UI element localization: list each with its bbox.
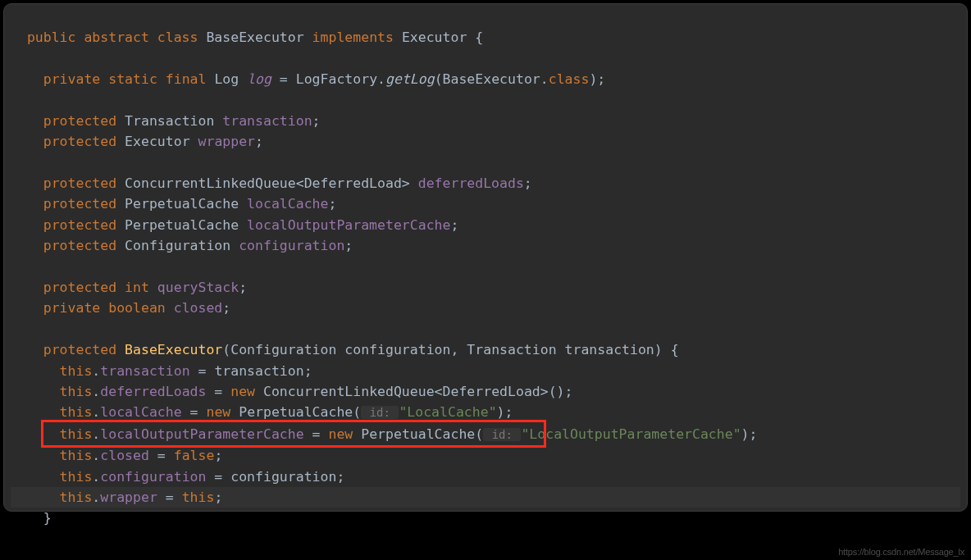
keyword: implements xyxy=(312,30,394,45)
keyword-this: this xyxy=(60,384,93,399)
text: ; xyxy=(450,217,458,233)
dot: . xyxy=(92,448,100,463)
keyword: protected xyxy=(43,196,116,212)
keyword-this: this xyxy=(60,489,93,505)
type: Executor xyxy=(125,134,189,149)
text: = xyxy=(182,404,207,420)
text: ); xyxy=(589,71,605,87)
field: transaction xyxy=(100,363,189,379)
text: (BaseExecutor. xyxy=(435,71,549,87)
keyword: protected xyxy=(43,113,116,129)
keyword: private boolean xyxy=(43,300,166,316)
field: closed xyxy=(174,300,223,316)
text: = LogFactory. xyxy=(271,71,385,87)
keyword: protected xyxy=(43,342,116,357)
keyword-new: new xyxy=(206,404,230,420)
type: PerpetualCache xyxy=(125,217,239,233)
field: wrapper xyxy=(100,489,157,505)
field: localCache xyxy=(247,196,328,212)
type: Transaction xyxy=(125,113,214,129)
code-editor: public abstract class BaseExecutor imple… xyxy=(3,3,968,512)
keyword-this: this xyxy=(60,363,93,379)
keyword-this: this xyxy=(60,404,93,420)
text: = xyxy=(304,426,329,442)
keyword-this: this xyxy=(60,448,93,463)
field: localOutputParameterCache xyxy=(247,217,450,233)
close-brace: } xyxy=(27,510,52,526)
string: "LocalCache" xyxy=(399,404,496,420)
text: = xyxy=(157,489,182,505)
keyword: protected int xyxy=(43,280,149,295)
field: log xyxy=(247,71,271,87)
type: ConcurrentLinkedQueue<DeferredLoad> xyxy=(125,175,410,191)
text: ; xyxy=(344,238,353,253)
highlighted-line: this.wrapper = this; xyxy=(11,487,960,508)
class-name: BaseExecutor xyxy=(206,30,303,45)
dot: . xyxy=(92,469,100,485)
params: (Configuration configuration, Transactio… xyxy=(222,342,678,357)
text: = xyxy=(206,384,230,399)
dot: . xyxy=(92,426,100,442)
text: ; xyxy=(328,196,336,212)
field: localCache xyxy=(100,404,181,420)
keyword: class xyxy=(549,71,590,87)
text: ); xyxy=(497,404,513,420)
keyword-this: this xyxy=(182,489,215,505)
method: getLog xyxy=(385,71,435,87)
field: deferredLoads xyxy=(100,384,206,399)
field: deferredLoads xyxy=(418,175,524,191)
field: queryStack xyxy=(157,280,239,295)
text: ; xyxy=(214,489,222,505)
keyword-new: new xyxy=(328,426,353,442)
field: wrapper xyxy=(198,134,256,149)
type: Log xyxy=(214,71,239,87)
type: Configuration xyxy=(125,238,230,253)
dot: . xyxy=(92,404,100,420)
text: = configuration; xyxy=(206,469,344,485)
keyword: private static final xyxy=(43,71,207,87)
string: "LocalOutputParameterCache" xyxy=(521,426,741,442)
dot: . xyxy=(92,363,100,379)
code-block: public abstract class BaseExecutor imple… xyxy=(11,27,960,529)
field: localOutputParameterCache xyxy=(100,426,303,442)
param-hint: id: xyxy=(483,428,521,441)
keyword: protected xyxy=(43,175,116,191)
keyword-new: new xyxy=(230,384,255,399)
keyword: protected xyxy=(43,238,116,253)
watermark: https://blog.csdn.net/Message_lx xyxy=(838,547,964,557)
text: ; xyxy=(524,175,532,191)
type: PerpetualCache xyxy=(125,196,239,212)
text: ; xyxy=(255,134,263,149)
text: = transaction; xyxy=(190,363,312,379)
text: = xyxy=(149,448,174,463)
keyword-this: this xyxy=(60,426,93,442)
text: ; xyxy=(214,448,222,463)
keyword: public abstract class xyxy=(27,30,198,45)
text: ; xyxy=(222,300,230,316)
type: PerpetualCache( xyxy=(230,404,361,420)
keyword: protected xyxy=(43,134,116,149)
interface-name: Executor xyxy=(402,30,467,45)
field: configuration xyxy=(239,238,344,253)
dot: . xyxy=(92,384,100,399)
brace: { xyxy=(467,30,483,45)
text: ; xyxy=(312,113,321,129)
text: ); xyxy=(741,426,758,442)
param-hint: id: xyxy=(361,406,399,419)
keyword-false: false xyxy=(174,448,215,463)
field: closed xyxy=(100,448,149,463)
dot: . xyxy=(92,489,100,505)
keyword: protected xyxy=(43,217,116,233)
keyword-this: this xyxy=(60,469,93,485)
text: ConcurrentLinkedQueue<DeferredLoad>(); xyxy=(255,384,572,399)
field: transaction xyxy=(222,113,312,129)
field: configuration xyxy=(100,469,206,485)
text: ; xyxy=(239,280,247,295)
constructor-name: BaseExecutor xyxy=(125,342,222,357)
type: PerpetualCache( xyxy=(353,426,483,442)
